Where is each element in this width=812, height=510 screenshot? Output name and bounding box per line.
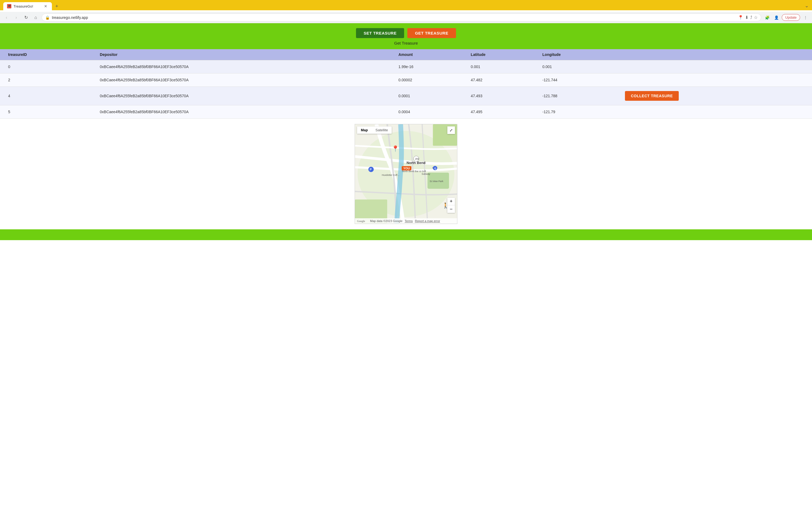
table-cell-longitude: -121.788: [538, 87, 620, 106]
reload-button[interactable]: ↻: [22, 14, 30, 21]
table-row: 20xBCaee4f6A255feB2a85bf0BF66A10EF3ce505…: [0, 73, 812, 87]
treasure-table-container: treasureID Depositor Amount Latitude Lon…: [0, 49, 812, 119]
map-section: North Bend North Bend Library North Bend…: [0, 119, 812, 224]
tab-title: TreasureGo!: [13, 4, 41, 8]
col-header-amount: Amount: [394, 49, 467, 60]
tab-menu-button[interactable]: ⌄: [805, 3, 809, 10]
map-container[interactable]: North Bend North Bend Library North Bend…: [355, 124, 457, 224]
bottom-bar: [0, 229, 812, 240]
map-terms-link[interactable]: Terms: [405, 219, 413, 222]
table-header: treasureID Depositor Amount Latitude Lon…: [0, 49, 812, 60]
forward-button: ›: [12, 14, 20, 21]
svg-text:Subway: Subway: [422, 173, 430, 175]
svg-text:Si.View Park: Si.View Park: [430, 180, 443, 183]
table-row: 50xBCaee4f6A255feB2a85bf0BF66A10EF3ce505…: [0, 106, 812, 119]
home-button[interactable]: ⌂: [32, 14, 39, 21]
table-cell-action: [620, 60, 812, 73]
table-cell-id: 2: [0, 73, 95, 87]
table-body: 00xBCaee4f6A255feB2a85bf0BF66A10EF3ce505…: [0, 60, 812, 119]
svg-text:P: P: [370, 168, 372, 171]
google-logo: [357, 219, 368, 223]
tab-bar: 🏴 TreasureGo! ✕ + ⌄: [3, 2, 809, 10]
toolbar-right: 🧩 👤 Update ⋮: [763, 14, 809, 21]
table-cell-longitude: 0.001: [538, 60, 620, 73]
get-treasure-button[interactable]: GET TREASURE: [407, 28, 456, 38]
col-header-latitude: Latitude: [467, 49, 538, 60]
profile-icon[interactable]: 👤: [773, 14, 780, 21]
header-buttons: SET TREASURE GET TREASURE: [356, 28, 456, 38]
zoom-in-button[interactable]: +: [447, 198, 455, 205]
table-cell-id: 4: [0, 87, 95, 106]
lock-icon: 🔒: [45, 16, 50, 20]
table-header-row: treasureID Depositor Amount Latitude Lon…: [0, 49, 812, 60]
map-zoom-controls: + −: [447, 198, 455, 213]
table-row: 40xBCaee4f6A255feB2a85bf0BF66A10EF3ce505…: [0, 87, 812, 106]
menu-button[interactable]: ⋮: [802, 14, 809, 21]
table-cell-longitude: -121.79: [538, 106, 620, 119]
zoom-out-button[interactable]: −: [447, 205, 455, 213]
new-tab-button[interactable]: +: [53, 2, 61, 10]
url-text: treasurego.netlify.app: [52, 16, 736, 20]
table-cell-latitude: 47.482: [467, 73, 538, 87]
map-footer: Map data ©2023 Google Terms Report a map…: [355, 218, 457, 224]
map-svg: North Bend North Bend Library North Bend…: [355, 124, 457, 224]
table-cell-depositor: 0xBCaee4f6A255feB2a85bf0BF66A10EF3ce5057…: [95, 106, 394, 119]
table-cell-depositor: 0xBCaee4f6A255feB2a85bf0BF66A10EF3ce5057…: [95, 87, 394, 106]
table-cell-amount: 1.99e-16: [394, 60, 467, 73]
table-cell-action[interactable]: COLLECT TREASURE: [620, 87, 812, 106]
location-icon[interactable]: 📍: [738, 15, 743, 20]
table-cell-amount: 0.0004: [394, 106, 467, 119]
set-treasure-button[interactable]: SET TREASURE: [356, 28, 404, 38]
table-cell-action: [620, 106, 812, 119]
table-cell-id: 0: [0, 60, 95, 73]
location-pin-marker: 📍: [392, 145, 399, 152]
update-button[interactable]: Update: [782, 14, 800, 21]
table-cell-depositor: 0xBCaee4f6A255feB2a85bf0BF66A10EF3ce5057…: [95, 73, 394, 87]
svg-text:Huxdotter Coff...: Huxdotter Coff...: [382, 174, 399, 176]
tab-close-button[interactable]: ✕: [43, 4, 48, 9]
col-header-action: [620, 49, 812, 60]
svg-text:Q: Q: [434, 167, 436, 170]
address-actions: 📍 ⬇ ⤴ ☆: [738, 15, 758, 20]
table-cell-latitude: 47.493: [467, 87, 538, 106]
table-cell-latitude: 0.001: [467, 60, 538, 73]
table-cell-longitude: -121.744: [538, 73, 620, 87]
table-cell-amount: 0.0001: [394, 87, 467, 106]
satellite-view-button[interactable]: Satellite: [372, 126, 392, 134]
table-cell-action: [620, 73, 812, 87]
collect-treasure-button[interactable]: COLLECT TREASURE: [625, 91, 679, 101]
treasure-table: treasureID Depositor Amount Latitude Lon…: [0, 49, 812, 119]
browser-chrome: 🏴 TreasureGo! ✕ + ⌄: [0, 0, 812, 10]
active-tab[interactable]: 🏴 TreasureGo! ✕: [3, 2, 52, 10]
header-subtitle: Get Treasure: [394, 41, 418, 46]
you-marker: YOU: [402, 166, 411, 171]
table-cell-latitude: 47.495: [467, 106, 538, 119]
col-header-longitude: Longitude: [538, 49, 620, 60]
table-cell-amount: 0.00002: [394, 73, 467, 87]
table-cell-depositor: 0xBCaee4f6A255feB2a85bf0BF66A10EF3ce5057…: [95, 60, 394, 73]
col-header-depositor: Depositor: [95, 49, 394, 60]
back-button: ‹: [3, 14, 10, 21]
map-view-button[interactable]: Map: [357, 126, 372, 134]
col-header-id: treasureID: [0, 49, 95, 60]
map-expand-button[interactable]: ⤢: [447, 126, 455, 134]
navigation-toolbar: ‹ › ↻ ⌂ 🔒 treasurego.netlify.app 📍 ⬇ ⤴ ☆…: [0, 12, 812, 23]
tab-favicon: 🏴: [7, 4, 11, 8]
app-header: SET TREASURE GET TREASURE Get Treasure: [0, 23, 812, 49]
download-icon[interactable]: ⬇: [745, 15, 749, 20]
table-row: 00xBCaee4f6A255feB2a85bf0BF66A10EF3ce505…: [0, 60, 812, 73]
share-icon[interactable]: ⤴: [750, 15, 752, 20]
svg-text:202: 202: [415, 157, 419, 160]
address-bar[interactable]: 🔒 treasurego.netlify.app 📍 ⬇ ⤴ ☆: [41, 13, 761, 21]
table-cell-id: 5: [0, 106, 95, 119]
extensions-icon[interactable]: 🧩: [763, 14, 771, 21]
map-type-controls: Map Satellite: [357, 126, 392, 134]
map-data-text: Map data ©2023 Google: [370, 219, 403, 222]
bookmark-icon[interactable]: ☆: [754, 15, 758, 20]
map-report-link[interactable]: Report a map error: [415, 219, 440, 222]
